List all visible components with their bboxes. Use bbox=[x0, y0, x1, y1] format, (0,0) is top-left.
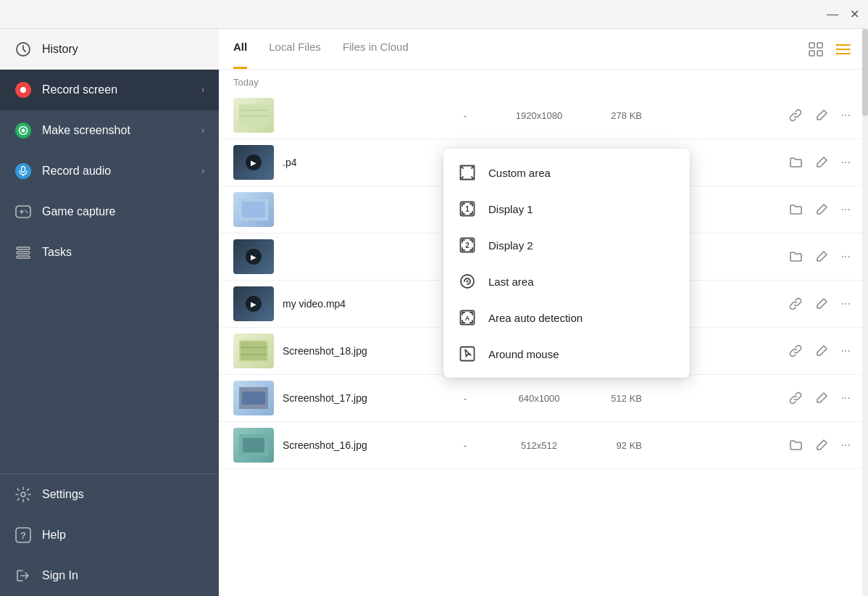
file-duration: - bbox=[436, 440, 494, 451]
dropdown-item-display-1[interactable]: 1 Display 1 bbox=[443, 191, 690, 227]
tab-files-in-cloud[interactable]: Files in Cloud bbox=[343, 29, 409, 69]
more-button[interactable]: ··· bbox=[838, 296, 854, 312]
game-icon bbox=[14, 203, 32, 220]
svg-text:2: 2 bbox=[465, 241, 470, 249]
edit-button[interactable] bbox=[812, 249, 831, 265]
dropdown-menu: Custom area 1 Display 1 2 bbox=[443, 149, 690, 378]
display1-label: Display 1 bbox=[488, 203, 533, 215]
more-button[interactable]: ··· bbox=[838, 343, 854, 359]
file-row: Screenshot_16.jpg - 512x512 92 KB ··· bbox=[219, 422, 868, 469]
sidebar-item-help[interactable]: ? Help bbox=[0, 515, 219, 555]
scrollbar-track[interactable] bbox=[862, 29, 868, 596]
edit-button[interactable] bbox=[812, 437, 831, 453]
copy-link-button[interactable] bbox=[786, 390, 805, 406]
file-actions: ··· bbox=[786, 249, 854, 265]
list-view-button[interactable] bbox=[833, 39, 854, 59]
help-icon: ? bbox=[14, 526, 32, 544]
sidebar-bottom: Settings ? Help bbox=[0, 473, 219, 596]
sidebar-item-settings[interactable]: Settings bbox=[0, 474, 219, 515]
file-size: 512 KB bbox=[584, 393, 642, 404]
edit-button[interactable] bbox=[812, 343, 831, 359]
svg-rect-46 bbox=[461, 347, 475, 361]
edit-button[interactable] bbox=[812, 202, 831, 218]
svg-rect-36 bbox=[243, 438, 264, 452]
file-name: my video.mp4 bbox=[283, 298, 427, 310]
file-actions: ··· bbox=[786, 154, 854, 170]
edit-button[interactable] bbox=[812, 107, 831, 123]
history-label: History bbox=[42, 43, 204, 56]
file-row: - 1920x1080 278 KB ··· bbox=[219, 92, 868, 139]
sidebar-item-tasks[interactable]: Tasks bbox=[0, 232, 219, 273]
dropdown-item-around-mouse[interactable]: Around mouse bbox=[443, 336, 690, 372]
sign-in-label: Sign In bbox=[42, 569, 204, 582]
more-button[interactable]: ··· bbox=[838, 202, 854, 218]
file-actions: ··· bbox=[786, 202, 854, 218]
main-layout: History Record screen › Make screenshot … bbox=[0, 29, 868, 596]
folder-button[interactable] bbox=[786, 437, 805, 453]
more-button[interactable]: ··· bbox=[838, 249, 854, 265]
audio-icon bbox=[14, 162, 32, 180]
dropdown-item-area-auto[interactable]: A Area auto detection bbox=[443, 299, 690, 336]
more-button[interactable]: ··· bbox=[838, 154, 854, 170]
settings-icon bbox=[14, 486, 32, 503]
minimize-button[interactable]: — bbox=[827, 9, 838, 20]
sidebar-item-game-capture[interactable]: Game capture bbox=[0, 191, 219, 232]
scrollbar-thumb[interactable] bbox=[862, 29, 868, 116]
display1-icon: 1 bbox=[458, 199, 477, 218]
dropdown-item-custom-area[interactable]: Custom area bbox=[443, 154, 690, 191]
svg-rect-15 bbox=[817, 43, 822, 48]
svg-rect-3 bbox=[22, 167, 25, 173]
svg-rect-28 bbox=[242, 202, 265, 218]
edit-button[interactable] bbox=[812, 390, 831, 406]
dropdown-item-display-2[interactable]: 2 Display 2 bbox=[443, 227, 690, 263]
tab-all[interactable]: All bbox=[233, 29, 247, 69]
sidebar-item-sign-in[interactable]: Sign In bbox=[0, 555, 219, 596]
right-panel: All Local Files Files in Cloud bbox=[219, 29, 868, 596]
last-area-icon bbox=[458, 272, 477, 291]
custom-area-label: Custom area bbox=[488, 167, 551, 179]
file-thumb: ▶ bbox=[233, 239, 274, 274]
sidebar-item-make-screenshot[interactable]: Make screenshot › bbox=[0, 110, 219, 151]
view-toggle bbox=[806, 39, 854, 59]
file-size: 92 KB bbox=[584, 440, 642, 451]
copy-link-button[interactable] bbox=[786, 107, 805, 123]
grid-view-button[interactable] bbox=[806, 39, 826, 59]
edit-button[interactable] bbox=[812, 296, 831, 312]
file-resolution: 1920x1080 bbox=[503, 110, 575, 121]
svg-rect-34 bbox=[242, 392, 265, 405]
folder-button[interactable] bbox=[786, 202, 805, 218]
section-today: Today bbox=[219, 70, 868, 92]
file-actions: ··· bbox=[786, 343, 854, 359]
svg-rect-9 bbox=[17, 252, 30, 254]
copy-link-button[interactable] bbox=[786, 343, 805, 359]
edit-button[interactable] bbox=[812, 154, 831, 170]
sidebar: History Record screen › Make screenshot … bbox=[0, 29, 219, 596]
folder-button[interactable] bbox=[786, 249, 805, 265]
last-area-label: Last area bbox=[488, 276, 534, 288]
tab-local-files[interactable]: Local Files bbox=[269, 29, 321, 69]
more-button[interactable]: ··· bbox=[838, 107, 854, 123]
display2-icon: 2 bbox=[458, 236, 477, 254]
around-mouse-icon bbox=[458, 344, 477, 363]
file-name: Screenshot_16.jpg bbox=[283, 439, 427, 451]
record-icon bbox=[14, 81, 32, 99]
dropdown-item-last-area[interactable]: Last area bbox=[443, 263, 690, 299]
svg-point-6 bbox=[25, 210, 27, 212]
file-duration: - bbox=[436, 110, 494, 121]
copy-link-button[interactable] bbox=[786, 296, 805, 312]
svg-point-2 bbox=[22, 129, 25, 133]
sidebar-item-record-screen[interactable]: Record screen › bbox=[0, 70, 219, 110]
file-duration: - bbox=[436, 393, 494, 404]
folder-button[interactable] bbox=[786, 154, 805, 170]
file-thumb bbox=[233, 381, 274, 415]
more-button[interactable]: ··· bbox=[838, 437, 854, 453]
svg-rect-30 bbox=[241, 342, 267, 360]
record-screen-label: Record screen bbox=[42, 83, 191, 96]
make-screenshot-label: Make screenshot bbox=[42, 124, 191, 137]
close-button[interactable]: ✕ bbox=[850, 9, 859, 20]
file-thumb bbox=[233, 192, 274, 227]
more-button[interactable]: ··· bbox=[838, 390, 854, 406]
sidebar-item-record-audio[interactable]: Record audio › bbox=[0, 151, 219, 191]
area-auto-icon: A bbox=[458, 308, 477, 327]
sidebar-item-history[interactable]: History bbox=[0, 29, 219, 70]
